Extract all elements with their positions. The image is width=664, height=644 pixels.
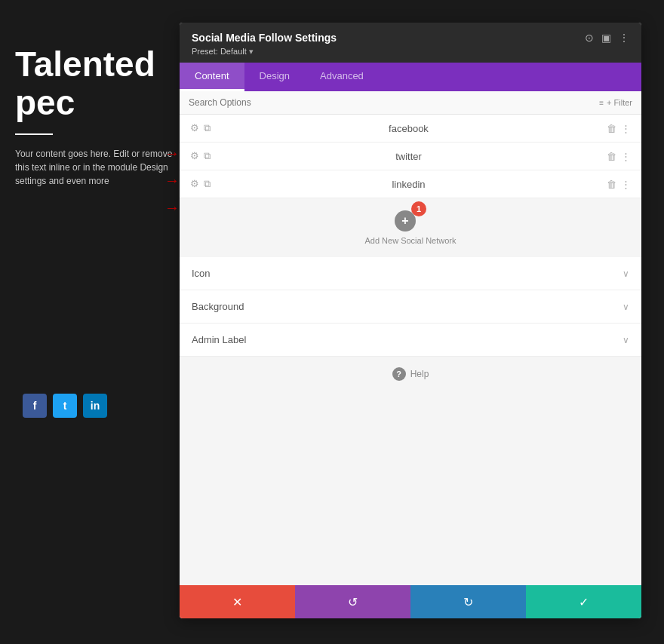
arrow-3: → (164, 199, 180, 216)
panel-preset: Preset: Default ▾ (192, 47, 629, 57)
gear-icon-tw[interactable]: ⚙ (190, 150, 199, 162)
undo-icon: ↺ (348, 595, 358, 609)
copy-icon[interactable]: ⧉ (204, 122, 211, 134)
undo-button[interactable]: ↺ (295, 585, 410, 618)
network-row-facebook: ⚙ ⧉ facebook 🗑 ⋮ (180, 115, 641, 143)
layout-icon[interactable]: ▣ (601, 32, 611, 44)
filter-icon: ≡ (599, 99, 604, 107)
chevron-down-icon: ∨ (622, 268, 629, 279)
cancel-button[interactable]: ✕ (180, 585, 295, 618)
delete-icon[interactable]: 🗑 (607, 123, 616, 134)
copy-icon-li[interactable]: ⧉ (204, 178, 211, 190)
panel-tabs: Content Design Advanced (180, 63, 641, 91)
gear-icon[interactable]: ⚙ (190, 122, 199, 134)
delete-icon-li[interactable]: 🗑 (607, 179, 616, 190)
network-name-twitter: twitter (217, 151, 601, 162)
help-label: Help (410, 369, 429, 379)
delete-icon-tw[interactable]: 🗑 (607, 151, 616, 162)
social-icons-row: f t in (23, 394, 107, 418)
redo-button[interactable]: ↻ (410, 585, 526, 618)
panel-title: Social Media Follow Settings (192, 32, 337, 44)
facebook-icon-btn[interactable]: f (23, 394, 47, 418)
cancel-icon: ✕ (232, 595, 242, 609)
tab-content[interactable]: Content (180, 63, 244, 91)
row-left-icons-tw: ⚙ ⧉ (190, 150, 211, 162)
row-left-icons: ⚙ ⧉ (190, 122, 211, 134)
network-row-twitter: ⚙ ⧉ twitter 🗑 ⋮ (180, 143, 641, 170)
arrow-1: → (164, 145, 180, 162)
chevron-down-icon-bg: ∨ (622, 302, 629, 312)
page-divider (15, 133, 53, 135)
copy-icon-tw[interactable]: ⧉ (204, 150, 211, 162)
search-input[interactable] (189, 97, 599, 108)
network-row-linkedin: ⚙ ⧉ linkedin 🗑 ⋮ (180, 170, 641, 198)
panel-body: ⚙ ⧉ facebook 🗑 ⋮ ⚙ ⧉ twitter 🗑 ⋮ ⚙ ⧉ (180, 115, 641, 585)
accordion-icon[interactable]: Icon ∨ (180, 257, 641, 290)
search-bar: ≡ + Filter (180, 91, 641, 115)
more-icon[interactable]: ⋮ (619, 32, 629, 44)
network-name-facebook: facebook (217, 123, 601, 134)
background-section-label: Background (192, 301, 244, 312)
arrow-2: → (164, 172, 180, 189)
filter-button[interactable]: ≡ + Filter (599, 98, 632, 107)
row-right-icons: 🗑 ⋮ (607, 123, 631, 134)
help-row: ? Help (180, 357, 641, 391)
add-badge: 1 (411, 201, 426, 216)
save-icon: ✓ (579, 595, 589, 609)
row-left-icons-li: ⚙ ⧉ (190, 178, 211, 190)
panel-header-icons: ⊙ ▣ ⋮ (585, 32, 629, 44)
accordion-admin-label[interactable]: Admin Label ∨ (180, 324, 641, 357)
more-icon-li[interactable]: ⋮ (621, 179, 631, 190)
add-social-button[interactable]: + 1 (395, 210, 426, 232)
network-name-linkedin: linkedin (217, 179, 601, 190)
row-right-icons-li: 🗑 ⋮ (607, 179, 631, 190)
admin-label-section-label: Admin Label (192, 334, 246, 345)
add-network-label: Add New Social Network (364, 236, 456, 245)
settings-panel: Social Media Follow Settings ⊙ ▣ ⋮ Prese… (180, 23, 641, 618)
chevron-down-icon-al: ∨ (622, 335, 629, 345)
linkedin-icon-btn[interactable]: in (83, 394, 107, 418)
add-social-row: + 1 Add New Social Network (180, 198, 641, 257)
accordion-background[interactable]: Background ∨ (180, 290, 641, 324)
tab-advanced[interactable]: Advanced (305, 63, 379, 91)
filter-label: + Filter (607, 98, 632, 107)
more-icon-tw[interactable]: ⋮ (621, 151, 631, 162)
settings-icon[interactable]: ⊙ (585, 32, 594, 44)
more-icon[interactable]: ⋮ (621, 123, 631, 134)
row-right-icons-tw: 🗑 ⋮ (607, 151, 631, 162)
panel-header: Social Media Follow Settings ⊙ ▣ ⋮ Prese… (180, 23, 641, 63)
gear-icon-li[interactable]: ⚙ (190, 178, 199, 190)
panel-footer: ✕ ↺ ↻ ✓ (180, 585, 641, 618)
help-icon[interactable]: ? (392, 367, 406, 381)
save-button[interactable]: ✓ (526, 585, 641, 618)
page-body-text: Your content goes here. Edit or remove t… (15, 147, 181, 188)
redo-icon: ↻ (463, 595, 473, 609)
twitter-icon-btn[interactable]: t (53, 394, 77, 418)
icon-section-label: Icon (192, 268, 211, 279)
page-content-area: Talented pec Your content goes here. Edi… (15, 45, 181, 188)
page-title: Talented pec (15, 45, 181, 121)
tab-design[interactable]: Design (244, 63, 305, 91)
